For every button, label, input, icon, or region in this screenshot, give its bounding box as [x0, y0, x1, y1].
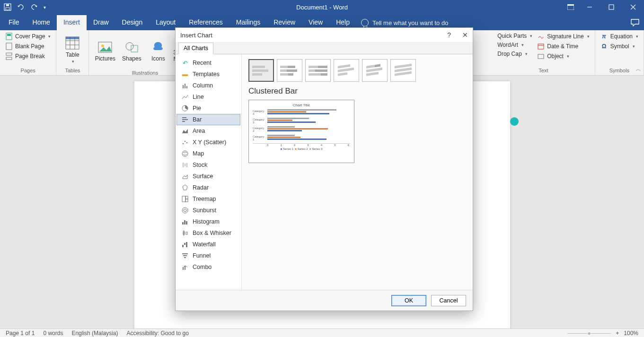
cat-area[interactable]: Area	[176, 125, 240, 137]
tab-all-charts[interactable]: All Charts	[178, 43, 213, 54]
cat-column[interactable]: Column	[176, 80, 240, 91]
svg-rect-56	[183, 255, 187, 256]
cat-combo[interactable]: Combo	[176, 261, 240, 273]
subtype-3d-100-stacked-bar[interactable]	[390, 59, 416, 82]
equation-button[interactable]: πEquation▾	[599, 32, 640, 41]
object-button[interactable]: Object▾	[536, 52, 591, 60]
save-icon[interactable]	[4, 3, 11, 11]
svg-rect-31	[182, 117, 186, 118]
group-tables: Table▾ Tables	[56, 30, 89, 75]
pictures-button[interactable]: Pictures	[93, 32, 117, 69]
icons-button[interactable]: Icons	[146, 32, 170, 69]
object-icon	[537, 52, 545, 60]
ok-button[interactable]: OK	[391, 295, 426, 306]
blank-page-button[interactable]: Blank Page	[4, 42, 52, 51]
cat-sunburst[interactable]: Sunburst	[176, 205, 240, 216]
funnel-chart-icon	[181, 252, 189, 259]
maximize-button[interactable]	[600, 0, 622, 14]
ribbon-display-options-icon[interactable]	[563, 0, 579, 14]
quick-parts-button[interactable]: Quick Parts▾	[496, 32, 534, 40]
page-break-icon	[5, 52, 13, 60]
svg-rect-42	[185, 196, 188, 199]
tell-me-label: Tell me what you want to do	[372, 19, 448, 26]
chevron-down-icon: ▾	[48, 34, 51, 39]
svg-rect-55	[182, 253, 188, 254]
tab-file[interactable]: File	[2, 15, 26, 30]
cat-bar[interactable]: Bar	[176, 114, 240, 125]
tab-insert[interactable]: Insert	[57, 15, 87, 30]
svg-rect-46	[182, 222, 184, 225]
table-icon	[65, 35, 80, 51]
subtype-clustered-bar[interactable]	[248, 59, 274, 82]
collapse-ribbon-icon[interactable]: ︿	[635, 65, 641, 73]
tab-home[interactable]: Home	[26, 15, 57, 30]
shapes-button[interactable]: Shapes	[119, 32, 144, 69]
cover-page-button[interactable]: Cover Page▾	[4, 32, 52, 41]
pictures-icon	[97, 39, 113, 54]
cat-treemap[interactable]: Treemap	[176, 193, 240, 205]
subtype-3d-clustered-bar[interactable]	[334, 59, 359, 82]
redo-icon[interactable]	[30, 4, 38, 10]
subtype-name: Clustered Bar	[248, 86, 466, 96]
group-pages-label: Pages	[4, 67, 52, 74]
signature-icon	[537, 33, 545, 40]
cat-map[interactable]: Map	[176, 148, 240, 159]
tab-design[interactable]: Design	[115, 15, 150, 30]
cancel-button[interactable]: Cancel	[431, 295, 466, 306]
svg-rect-11	[6, 43, 12, 50]
cat-radar[interactable]: Radar	[176, 182, 240, 193]
status-page[interactable]: Page 1 of 1	[6, 330, 35, 337]
svg-rect-26	[538, 54, 544, 59]
drop-cap-button[interactable]: Drop Cap▾	[496, 50, 534, 58]
cat-recent[interactable]: ↶Recent	[176, 57, 240, 69]
svg-rect-60	[338, 64, 350, 69]
date-time-button[interactable]: Date & Time	[536, 42, 591, 51]
chevron-down-icon: ▾	[72, 59, 74, 64]
page-break-button[interactable]: Page Break	[4, 52, 52, 60]
svg-rect-19	[66, 37, 79, 39]
table-button[interactable]: Table▾	[60, 32, 85, 67]
dialog-tabs: All Charts	[176, 42, 473, 54]
undo-icon[interactable]	[17, 4, 25, 10]
cat-funnel[interactable]: Funnel	[176, 250, 240, 261]
close-icon[interactable]: ✕	[462, 31, 468, 39]
cat-waterfall[interactable]: Waterfall	[176, 239, 240, 250]
status-language[interactable]: English (Malaysia)	[71, 330, 118, 337]
icons-icon	[150, 39, 166, 54]
subtype-3d-stacked-bar[interactable]	[362, 59, 388, 82]
cat-box[interactable]: Box & Whisker	[176, 227, 240, 239]
insert-chart-dialog: Insert Chart ? ✕ All Charts ↶Recent ▬Tem…	[175, 27, 473, 311]
pi-icon: π	[600, 33, 608, 40]
cat-xy[interactable]: X Y (Scatter)	[176, 137, 240, 148]
chevron-down-icon: ▾	[530, 34, 532, 38]
cat-pie[interactable]: Pie	[176, 103, 240, 114]
close-button[interactable]	[622, 0, 644, 14]
wordart-button[interactable]: WordArt▾	[496, 41, 534, 49]
subtype-100-stacked-bar[interactable]	[305, 59, 331, 82]
qat-customize-icon[interactable]: ▾	[44, 5, 46, 10]
status-accessibility[interactable]: Accessibility: Good to go	[126, 330, 188, 337]
cat-templates[interactable]: ▬Templates	[176, 69, 240, 80]
status-words[interactable]: 0 words	[43, 330, 63, 337]
help-icon[interactable]: ?	[447, 31, 451, 39]
dialog-title: Insert Chart	[180, 32, 212, 39]
cat-surface[interactable]: Surface	[176, 171, 240, 182]
signature-line-button[interactable]: Signature Line▾	[536, 32, 591, 41]
minimize-button[interactable]	[579, 0, 600, 14]
svg-rect-68	[395, 68, 412, 72]
svg-rect-12	[6, 53, 12, 55]
chart-category-list: ↶Recent ▬Templates Column Line Pie Bar A…	[176, 54, 242, 290]
status-zoom[interactable]: 100%	[624, 330, 638, 337]
comments-icon[interactable]	[631, 19, 639, 26]
tab-draw[interactable]: Draw	[87, 15, 115, 30]
cat-line[interactable]: Line	[176, 91, 240, 103]
line-chart-icon	[181, 93, 189, 101]
cat-stock[interactable]: Stock	[176, 159, 240, 171]
subtype-stacked-bar[interactable]	[277, 59, 302, 82]
cat-histogram[interactable]: Histogram	[176, 216, 240, 227]
symbol-button[interactable]: ΩSymbol▾	[599, 42, 640, 51]
chart-preview[interactable]: Chart Title Category 4Category 3Category…	[248, 100, 354, 163]
pie-chart-icon	[181, 104, 189, 112]
group-pages: Cover Page▾ Blank Page Page Break Pages	[0, 30, 56, 75]
svg-point-37	[182, 151, 188, 156]
